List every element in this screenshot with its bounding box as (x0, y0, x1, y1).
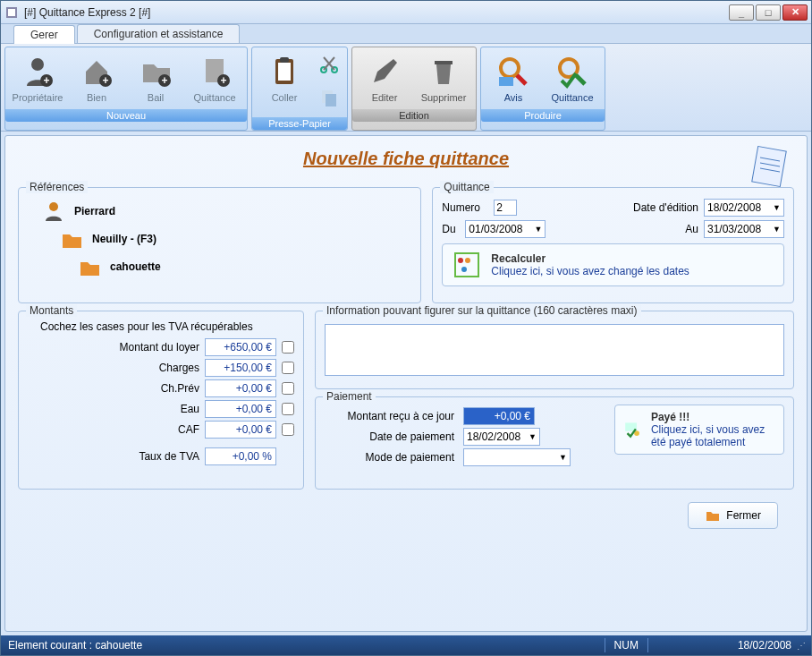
au-label: Au (681, 223, 698, 235)
ribbon-group-edition: Editer Supprimer Edition (351, 47, 477, 131)
ribbon-label: Avis (504, 92, 523, 103)
date-value: 18/02/2008 (707, 201, 761, 214)
date-value: 31/03/2008 (707, 223, 761, 235)
eau-tva-checkbox[interactable] (282, 403, 294, 415)
bien-button[interactable]: + Bien (68, 51, 125, 106)
recalc-title: Recalculer (491, 252, 689, 265)
ribbon-label: Propriétaire (13, 92, 63, 103)
quittance-produire-button[interactable]: Quittance (544, 51, 601, 106)
copy-icon (318, 87, 340, 108)
paiement-legend: Paiement (323, 390, 376, 403)
date-paiement-input[interactable]: 18/02/2008▼ (463, 428, 540, 446)
svg-rect-23 (752, 147, 786, 187)
status-date: 18/02/2008 (738, 639, 791, 652)
date-du-input[interactable]: 01/03/2008▼ (465, 220, 546, 238)
quittance-new-button[interactable]: + Quittance (186, 51, 243, 106)
montant-recu-input[interactable] (463, 407, 535, 425)
coller-button[interactable]: Coller (256, 51, 313, 114)
tab-gerer[interactable]: Gerer (13, 25, 75, 44)
chevron-down-icon: ▼ (534, 225, 542, 234)
avis-button[interactable]: Avis (485, 51, 542, 106)
folder-add-icon: + (138, 54, 173, 89)
app-icon (4, 5, 19, 20)
editer-button[interactable]: Editer (356, 51, 413, 106)
fermer-button[interactable]: Fermer (688, 502, 778, 529)
svg-rect-14 (280, 57, 289, 63)
svg-point-20 (501, 59, 519, 77)
user-add-icon: + (20, 54, 55, 89)
caf-input[interactable] (205, 421, 276, 439)
svg-point-31 (461, 267, 467, 272)
numero-label: Numero (442, 201, 488, 214)
page-title: Nouvelle fiche quittance (18, 149, 794, 169)
montant-recu-label: Montant reçu à ce jour (325, 410, 454, 422)
status-num: NUM (614, 639, 639, 652)
app-window: [#] Quittance Express 2 [#] _ □ ✕ Gerer … (0, 0, 812, 656)
ribbon-group-label: Produire (481, 109, 605, 122)
du-label: Du (442, 223, 460, 235)
information-legend: Information pouvant figurer sur la quitt… (323, 304, 641, 317)
mode-paiement-label: Mode de paiement (325, 451, 454, 464)
pencil-icon (367, 54, 402, 89)
loyer-input[interactable] (205, 338, 276, 356)
document-add-icon: + (197, 54, 233, 89)
svg-text:+: + (220, 74, 226, 87)
chprev-input[interactable] (205, 379, 276, 397)
numero-input[interactable] (494, 200, 517, 216)
caf-tva-checkbox[interactable] (282, 423, 294, 436)
chevron-down-icon: ▼ (773, 225, 781, 234)
tab-configuration[interactable]: Configuration et assistance (77, 24, 241, 43)
maximize-button[interactable]: □ (756, 4, 781, 21)
scissors-icon (318, 54, 340, 75)
proprietaire-button[interactable]: + Propriétaire (9, 51, 66, 106)
copy-button[interactable] (315, 84, 343, 114)
date-edition-input[interactable]: 18/02/2008▼ (704, 199, 784, 217)
paye-button[interactable]: Payé !!! Cliquez ici, si vous avez été p… (614, 405, 784, 455)
scissors-button[interactable] (315, 51, 343, 81)
abacus-icon (452, 250, 482, 280)
user-icon (42, 200, 65, 223)
svg-rect-18 (326, 94, 336, 106)
references-box: Références Pierrard Neuilly - (F3) cahou… (18, 187, 421, 303)
svg-rect-28 (455, 253, 478, 277)
chprev-tva-checkbox[interactable] (282, 382, 294, 395)
charges-input[interactable] (205, 359, 276, 377)
date-value: 01/03/2008 (469, 223, 522, 235)
charges-label: Charges (159, 362, 199, 374)
close-window-button[interactable]: ✕ (782, 4, 808, 21)
bail-button[interactable]: + Bail (127, 51, 184, 106)
montants-legend: Montants (26, 304, 77, 317)
minimize-button[interactable]: _ (729, 4, 754, 21)
eau-input[interactable] (205, 400, 276, 418)
tva-input[interactable] (205, 447, 276, 465)
svg-rect-21 (499, 77, 513, 86)
ref-bien: Neuilly - (F3) (60, 227, 411, 251)
mode-paiement-select[interactable]: ▼ (463, 448, 571, 466)
ribbon-group-label: Nouveau (5, 109, 247, 122)
ref-text: cahouette (110, 260, 161, 273)
content-area: Nouvelle fiche quittance Références Pier… (4, 135, 808, 632)
resize-grip-icon[interactable]: ⋰ (797, 641, 804, 651)
ribbon-group-nouveau: + Propriétaire + Bien + Bail + Quittance… (4, 47, 248, 131)
recalculer-button[interactable]: Recalculer Cliquez ici, si vous avez cha… (442, 243, 784, 286)
ribbon-label: Bien (87, 92, 106, 103)
montants-box: Montants Cochez les cases pour les TVA r… (18, 311, 304, 490)
information-textarea[interactable] (325, 324, 784, 376)
ribbon-label: Supprimer (421, 92, 467, 103)
status-left: Element courant : cahouette (8, 639, 142, 652)
ref-text: Neuilly - (F3) (92, 233, 156, 245)
supprimer-button[interactable]: Supprimer (415, 51, 472, 106)
svg-rect-13 (278, 63, 291, 81)
folder-orange-icon (78, 255, 101, 278)
date-au-input[interactable]: 31/03/2008▼ (704, 220, 784, 238)
tab-strip: Gerer Configuration et assistance (1, 24, 811, 44)
loyer-tva-checkbox[interactable] (282, 341, 294, 354)
caf-label: CAF (178, 423, 199, 436)
chprev-label: Ch.Prév (161, 382, 199, 395)
ribbon-group-label: Edition (352, 109, 476, 122)
charges-tva-checkbox[interactable] (282, 362, 294, 374)
titlebar: [#] Quittance Express 2 [#] _ □ ✕ (1, 1, 811, 24)
ribbon-label: Bail (148, 92, 164, 103)
ref-text: Pierrard (74, 205, 115, 217)
ribbon-group-produire: Avis Quittance Produire (480, 47, 605, 131)
